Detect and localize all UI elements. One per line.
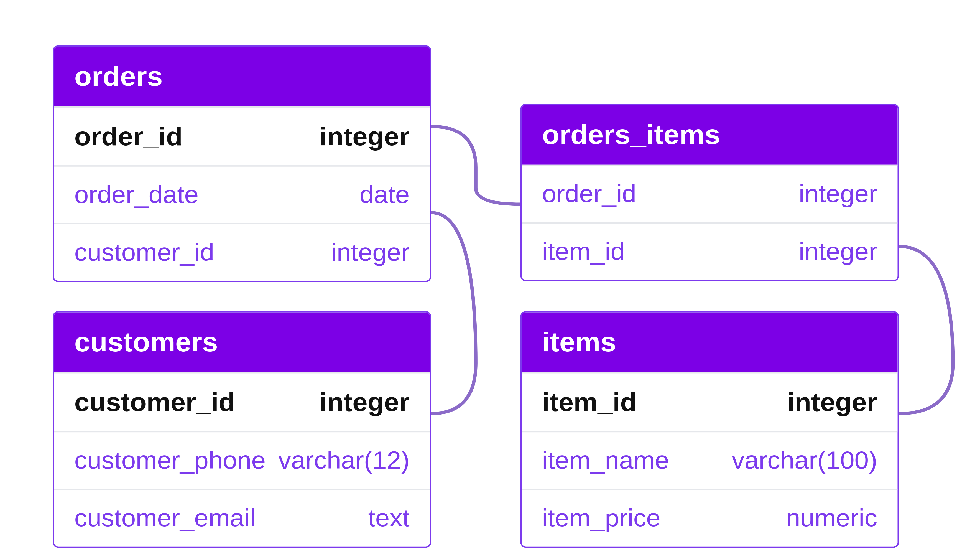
table-row: item_price numeric bbox=[522, 489, 898, 546]
table-orders-header: orders bbox=[54, 46, 430, 106]
table-row: customer_id integer bbox=[54, 372, 430, 431]
col-type: numeric bbox=[786, 505, 877, 532]
col-name: item_id bbox=[542, 238, 625, 266]
table-row: order_id integer bbox=[522, 165, 898, 222]
table-items-title: items bbox=[542, 326, 616, 357]
table-row: order_date date bbox=[54, 165, 430, 223]
table-row: customer_id integer bbox=[54, 223, 430, 280]
col-name: customer_id bbox=[74, 388, 235, 417]
col-type: text bbox=[368, 505, 409, 532]
col-name: item_price bbox=[542, 505, 660, 532]
table-orders-items: orders_items order_id integer item_id in… bbox=[520, 104, 899, 282]
col-name: order_id bbox=[74, 122, 182, 151]
col-name: customer_phone bbox=[74, 447, 266, 475]
col-type: integer bbox=[799, 238, 877, 266]
table-row: item_name varchar(100) bbox=[522, 431, 898, 489]
col-type: date bbox=[360, 181, 409, 209]
table-orders-items-header: orders_items bbox=[522, 105, 898, 165]
table-customers-title: customers bbox=[74, 326, 218, 357]
col-type: varchar(100) bbox=[732, 447, 877, 475]
table-orders-title: orders bbox=[74, 61, 163, 91]
col-type: integer bbox=[331, 239, 409, 266]
col-type: integer bbox=[799, 180, 877, 208]
table-customers-header: customers bbox=[54, 312, 430, 372]
col-name: item_id bbox=[542, 388, 637, 417]
table-row: order_id integer bbox=[54, 106, 430, 165]
table-orders-items-title: orders_items bbox=[542, 119, 720, 150]
table-row: item_id integer bbox=[522, 222, 898, 280]
col-name: customer_email bbox=[74, 505, 256, 532]
table-row: customer_phone varchar(12) bbox=[54, 431, 430, 489]
col-name: item_name bbox=[542, 447, 669, 475]
col-name: order_id bbox=[542, 180, 636, 208]
col-type: varchar(12) bbox=[278, 447, 410, 475]
table-row: customer_email text bbox=[54, 489, 430, 546]
table-orders: orders order_id integer order_date date … bbox=[52, 46, 431, 282]
col-type: integer bbox=[320, 388, 410, 417]
col-name: order_date bbox=[74, 181, 199, 209]
col-type: integer bbox=[320, 122, 410, 151]
diagram-container: orders order_id integer order_date date … bbox=[0, 0, 980, 551]
table-customers: customers customer_id integer customer_p… bbox=[52, 311, 431, 548]
table-items-header: items bbox=[522, 312, 898, 372]
col-name: customer_id bbox=[74, 239, 214, 266]
table-row: item_id integer bbox=[522, 372, 898, 431]
col-type: integer bbox=[787, 388, 877, 417]
table-items: items item_id integer item_name varchar(… bbox=[520, 311, 899, 548]
